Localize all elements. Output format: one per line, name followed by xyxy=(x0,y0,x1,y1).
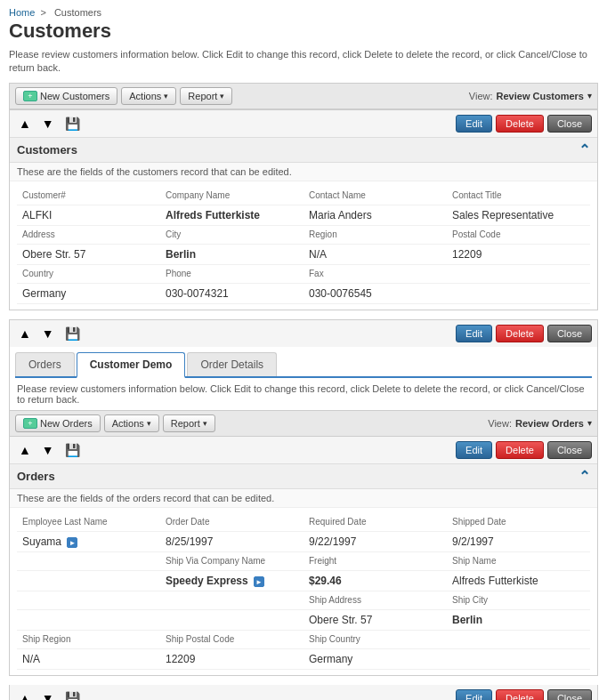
new-orders-button[interactable]: + New Orders xyxy=(15,414,101,432)
move-up-button[interactable]: ▲ xyxy=(15,114,35,133)
customers-section-title: Customers xyxy=(17,143,77,157)
orders-toolbar-right: View: Review Orders ▾ xyxy=(488,418,592,429)
orders-export-button[interactable]: 💾 xyxy=(61,324,84,343)
field-customer-value: ALFKI xyxy=(17,205,160,225)
orders-actions-button[interactable]: Actions ▾ xyxy=(104,414,159,432)
orders-top-edit-button[interactable]: Edit xyxy=(456,325,492,342)
orders-view-dropdown-icon[interactable]: ▾ xyxy=(587,418,592,428)
orders-section: ▲ ▼ 💾 Edit Delete Close Orders ⌃ These a… xyxy=(9,437,598,676)
customers-fields: Customer# Company Name Contact Name Cont… xyxy=(10,181,597,310)
export-button[interactable]: 💾 xyxy=(61,114,84,133)
orders-edit-button[interactable]: Edit xyxy=(456,441,492,459)
employee-link-icon[interactable]: ► xyxy=(67,537,77,548)
field-header-address: Address xyxy=(17,226,160,244)
breadcrumb-separator: > xyxy=(40,7,45,18)
customers-section-nav: ▲ ▼ 💾 Edit Delete Close xyxy=(10,110,597,138)
orders-top-delete-button[interactable]: Delete xyxy=(496,325,544,342)
field-region-value: N/A xyxy=(304,245,447,264)
orders-fields-row-1: Suyama ► 8/25/1997 9/22/1997 9/2/1997 xyxy=(17,532,590,552)
orders-actions-caret-icon: ▾ xyxy=(147,419,151,428)
bottom-edit-button[interactable]: Edit xyxy=(456,689,492,700)
orders-view-label: View: xyxy=(488,418,512,429)
field-phone-value: 030-0074321 xyxy=(160,284,304,303)
tab-orders[interactable]: Orders xyxy=(15,352,75,376)
orders-delete-button[interactable]: Delete xyxy=(496,441,544,459)
shipvia-link-icon[interactable]: ► xyxy=(254,576,264,587)
tab-order-details[interactable]: Order Details xyxy=(187,352,277,376)
field-header-city: City xyxy=(160,226,304,244)
field-fax-value: 030-0076545 xyxy=(304,284,447,303)
customers-delete-button[interactable]: Delete xyxy=(496,115,544,133)
field-shipped-date-value: 9/2/1997 xyxy=(447,532,590,551)
tabs-section: ▲ ▼ 💾 Edit Delete Close Orders Customer … xyxy=(9,319,598,700)
second-section-nav: ▲ ▼ 💾 Edit Delete Close xyxy=(9,319,598,347)
field-title-value: Sales Representative xyxy=(447,205,590,225)
orders-fields-header-3: Ship Address Ship City xyxy=(17,591,590,610)
customers-fields-row-1: ALFKI Alfreds Futterkiste Maria Anders S… xyxy=(17,205,590,226)
bottom-nav-icons: ▲ ▼ 💾 xyxy=(15,688,452,700)
customers-report-button[interactable]: Report ▾ xyxy=(180,87,232,105)
field-shipcountry-value: Germany xyxy=(304,649,447,669)
orders-section-export-button[interactable]: 💾 xyxy=(61,440,84,460)
orders-move-up-button[interactable]: ▲ xyxy=(15,324,35,343)
orders-fields-row-3: Obere Str. 57 Berlin xyxy=(17,610,590,631)
bottom-move-down-button[interactable]: ▼ xyxy=(38,688,58,700)
orders-nav-icons: ▲ ▼ 💾 xyxy=(15,440,452,460)
orders-section-move-up-button[interactable]: ▲ xyxy=(15,440,35,460)
orders-close-button[interactable]: Close xyxy=(547,441,592,459)
field-header-phone: Phone xyxy=(160,265,304,283)
orders-report-button[interactable]: Report ▾ xyxy=(163,414,215,432)
bottom-export-button[interactable]: 💾 xyxy=(61,688,84,700)
move-down-button[interactable]: ▼ xyxy=(38,114,58,133)
new-customers-button[interactable]: + New Customers xyxy=(15,87,117,105)
customers-collapse-button[interactable]: ⌃ xyxy=(579,141,590,158)
customers-toolbar: + New Customers Actions ▾ Report ▾ View:… xyxy=(9,83,598,109)
customers-section-subdesc: These are the fields of the customers re… xyxy=(10,163,597,181)
page-container: Home > Customers Customers Please review… xyxy=(0,0,607,700)
field-employee-value: Suyama ► xyxy=(17,532,160,551)
breadcrumb: Home > Customers xyxy=(9,7,598,18)
field-header-fax: Fax xyxy=(304,265,447,283)
customers-toolbar-right: View: Review Customers ▾ xyxy=(469,91,592,101)
orders-toolbar-left: + New Orders Actions ▾ Report ▾ xyxy=(15,414,484,432)
field-shipname-value: Alfreds Futterkiste xyxy=(447,571,590,591)
orders-section-move-down-button[interactable]: ▼ xyxy=(38,440,58,460)
customers-actions-button[interactable]: Actions ▾ xyxy=(121,87,176,105)
orders-fields-row-2: Speedy Express ► $29.46 Alfreds Futterki… xyxy=(17,571,590,591)
field-header-title: Contact Title xyxy=(447,187,590,205)
customers-fields-row-3: Germany 030-0074321 030-0076545 xyxy=(17,284,590,304)
orders-move-down-button[interactable]: ▼ xyxy=(38,324,58,343)
orders-description: Please review customers information belo… xyxy=(9,378,598,411)
bottom-move-up-button[interactable]: ▲ xyxy=(15,688,35,700)
orders-top-close-button[interactable]: Close xyxy=(547,325,592,342)
customers-toolbar-left: + New Customers Actions ▾ Report ▾ xyxy=(15,87,465,105)
customers-section-header: Customers ⌃ xyxy=(10,138,597,163)
field-country-value: Germany xyxy=(17,284,160,303)
customers-fields-header-row: Customer# Company Name Contact Name Cont… xyxy=(17,187,590,205)
breadcrumb-home[interactable]: Home xyxy=(9,7,35,18)
orders-section-header: Orders ⌃ xyxy=(10,464,597,489)
tab-customer-demo[interactable]: Customer Demo xyxy=(77,352,186,378)
bottom-delete-button[interactable]: Delete xyxy=(496,689,544,700)
field-postal-value: 12209 xyxy=(447,245,590,264)
customers-edit-button[interactable]: Edit xyxy=(456,115,492,133)
field-contact-value: Maria Anders xyxy=(304,205,447,225)
customers-fields-header-row-3: Country Phone Fax xyxy=(17,265,590,284)
view-label: View: xyxy=(469,91,493,101)
field-shipregion-value: N/A xyxy=(17,649,160,669)
report-caret-icon: ▾ xyxy=(220,92,224,101)
orders-collapse-button[interactable]: ⌃ xyxy=(579,468,590,485)
orders-fields-header-4: Ship Region Ship Postal Code Ship Countr… xyxy=(17,631,590,649)
field-header-customer: Customer# xyxy=(17,187,160,205)
view-dropdown-icon[interactable]: ▾ xyxy=(587,91,592,101)
bottom-close-button[interactable]: Close xyxy=(547,689,592,700)
view-value: Review Customers xyxy=(497,91,584,101)
orders-section-subdesc: These are the fields of the orders recor… xyxy=(10,489,597,508)
field-header-postal: Postal Code xyxy=(447,226,590,244)
customers-close-button[interactable]: Close xyxy=(547,115,592,133)
second-nav-icons: ▲ ▼ 💾 xyxy=(15,324,452,343)
bottom-toolbar: ▲ ▼ 💾 Edit Delete Close xyxy=(9,685,598,700)
field-freight-value: $29.46 xyxy=(304,571,447,591)
orders-fields-header-2: Ship Via Company Name Freight Ship Name xyxy=(17,552,590,571)
orders-fields-header-1: Employee Last Name Order Date Required D… xyxy=(17,513,590,532)
